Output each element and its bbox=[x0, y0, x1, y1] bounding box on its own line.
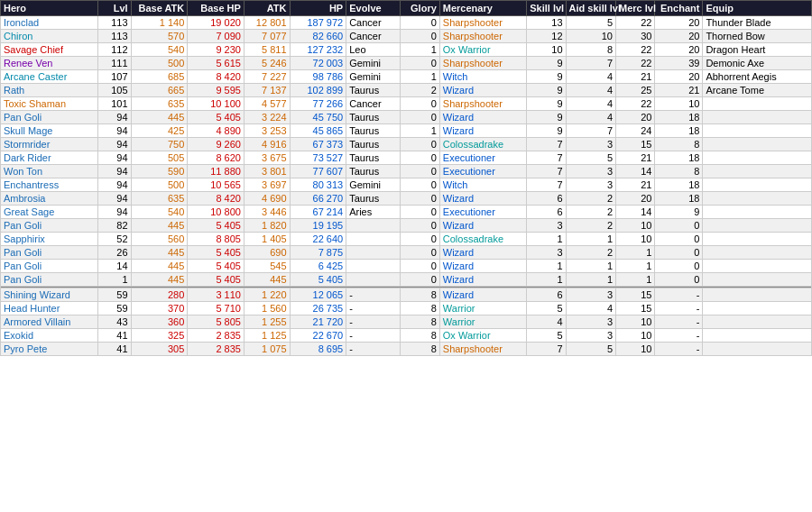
hero-skill-lvl: 3 bbox=[527, 246, 566, 260]
hero-base-hp: 10 800 bbox=[188, 206, 245, 219]
table-row: Toxic Shaman10163510 1004 57777 266Cance… bbox=[1, 97, 812, 111]
table-row: Ironclad1131 14019 02012 801187 972Cance… bbox=[1, 16, 812, 30]
hero-hp: 72 003 bbox=[290, 57, 346, 70]
table-row: Renee Ven1115005 6155 24672 003Gemini0Sh… bbox=[1, 57, 812, 70]
hero-glory: 0 bbox=[401, 57, 439, 70]
hero-aid-skill-lvl: 5 bbox=[566, 343, 615, 356]
table-row: Won Ton9459011 8803 80177 607Taurus0Exec… bbox=[1, 165, 812, 178]
hero-enchant: 20 bbox=[655, 43, 703, 57]
hero-equip bbox=[703, 246, 812, 260]
hero-merc-lvl: 21 bbox=[616, 178, 655, 192]
hero-base-hp: 8 805 bbox=[188, 233, 245, 246]
hero-skill-lvl: 9 bbox=[527, 70, 566, 84]
hero-equip: Dragon Heart bbox=[703, 43, 812, 57]
hero-enchant: 10 bbox=[655, 97, 703, 111]
hero-aid-skill-lvl: 8 bbox=[566, 43, 615, 57]
hero-evolve: Gemini bbox=[346, 70, 401, 84]
hero-name: Renee Ven bbox=[1, 57, 98, 70]
hero-glory: 0 bbox=[401, 16, 439, 30]
table-row: Head Hunter593705 7101 56026 735-8Warrio… bbox=[1, 302, 812, 315]
hero-aid-skill-lvl: 5 bbox=[566, 16, 615, 30]
col-header-mercenary: Mercenary bbox=[439, 1, 526, 16]
table-row: Ambrosia946358 4204 69066 270Taurus0Wiza… bbox=[1, 192, 812, 206]
hero-base-atk: 305 bbox=[131, 343, 188, 356]
hero-aid-skill-lvl: 10 bbox=[566, 30, 615, 43]
hero-merc-lvl: 15 bbox=[616, 288, 655, 302]
hero-glory: 0 bbox=[401, 219, 439, 233]
hero-hp: 77 607 bbox=[290, 165, 346, 178]
hero-hp: 67 214 bbox=[290, 206, 346, 219]
hero-enchant: 0 bbox=[655, 260, 703, 273]
hero-mercenary: Wizard bbox=[439, 124, 526, 138]
hero-equip bbox=[703, 151, 812, 165]
hero-lvl: 41 bbox=[98, 343, 131, 356]
col-header-hp: HP bbox=[290, 1, 346, 16]
hero-base-hp: 8 420 bbox=[188, 70, 245, 84]
hero-aid-skill-lvl: 5 bbox=[566, 151, 615, 165]
hero-mercenary: Sharpshooter bbox=[439, 97, 526, 111]
hero-aid-skill-lvl: 3 bbox=[566, 288, 615, 302]
hero-evolve: Cancer bbox=[346, 16, 401, 30]
table-row: Chiron1135707 0907 07782 660Cancer0Sharp… bbox=[1, 30, 812, 43]
hero-enchant: - bbox=[655, 315, 703, 329]
hero-equip: Demonic Axe bbox=[703, 57, 812, 70]
hero-equip bbox=[703, 165, 812, 178]
hero-lvl: 94 bbox=[98, 151, 131, 165]
hero-merc-lvl: 14 bbox=[616, 165, 655, 178]
hero-equip bbox=[703, 192, 812, 206]
hero-glory: 8 bbox=[401, 329, 439, 343]
hero-base-hp: 7 090 bbox=[188, 30, 245, 43]
hero-lvl: 59 bbox=[98, 302, 131, 315]
hero-equip bbox=[703, 273, 812, 287]
hero-atk: 1 125 bbox=[244, 329, 290, 343]
hero-aid-skill-lvl: 3 bbox=[566, 315, 615, 329]
hero-merc-lvl: 25 bbox=[616, 84, 655, 97]
hero-aid-skill-lvl: 3 bbox=[566, 138, 615, 151]
hero-base-hp: 5 405 bbox=[188, 246, 245, 260]
hero-merc-lvl: 30 bbox=[616, 30, 655, 43]
hero-mercenary: Colossadrake bbox=[439, 138, 526, 151]
hero-base-atk: 665 bbox=[131, 84, 188, 97]
hero-glory: 0 bbox=[401, 111, 439, 124]
hero-mercenary: Wizard bbox=[439, 192, 526, 206]
hero-merc-lvl: 22 bbox=[616, 43, 655, 57]
hero-name: Savage Chief bbox=[1, 43, 98, 57]
hero-enchant: 21 bbox=[655, 84, 703, 97]
hero-evolve: Taurus bbox=[346, 192, 401, 206]
hero-merc-lvl: 20 bbox=[616, 111, 655, 124]
hero-merc-lvl: 15 bbox=[616, 138, 655, 151]
hero-lvl: 94 bbox=[98, 206, 131, 219]
hero-evolve bbox=[346, 233, 401, 246]
hero-enchant: 18 bbox=[655, 111, 703, 124]
hero-mercenary: Warrior bbox=[439, 315, 526, 329]
hero-base-hp: 4 890 bbox=[188, 124, 245, 138]
hero-base-atk: 685 bbox=[131, 70, 188, 84]
hero-lvl: 26 bbox=[98, 246, 131, 260]
hero-base-atk: 750 bbox=[131, 138, 188, 151]
hero-base-atk: 1 140 bbox=[131, 16, 188, 30]
hero-enchant: 8 bbox=[655, 138, 703, 151]
hero-base-atk: 570 bbox=[131, 30, 188, 43]
hero-base-hp: 8 620 bbox=[188, 151, 245, 165]
hero-evolve bbox=[346, 273, 401, 287]
hero-aid-skill-lvl: 1 bbox=[566, 233, 615, 246]
hero-merc-lvl: 20 bbox=[616, 192, 655, 206]
hero-equip bbox=[703, 302, 812, 315]
hero-base-hp: 5 805 bbox=[188, 315, 245, 329]
hero-evolve: - bbox=[346, 302, 401, 315]
hero-evolve: - bbox=[346, 329, 401, 343]
hero-merc-lvl: 15 bbox=[616, 302, 655, 315]
hero-merc-lvl: 22 bbox=[616, 57, 655, 70]
hero-glory: 0 bbox=[401, 260, 439, 273]
hero-mercenary: Executioner bbox=[439, 206, 526, 219]
hero-skill-lvl: 7 bbox=[527, 343, 566, 356]
hero-glory: 8 bbox=[401, 315, 439, 329]
hero-name: Ironclad bbox=[1, 16, 98, 30]
hero-skill-lvl: 6 bbox=[527, 206, 566, 219]
hero-merc-lvl: 10 bbox=[616, 343, 655, 356]
hero-skill-lvl: 3 bbox=[527, 219, 566, 233]
col-header-atk: ATK bbox=[244, 1, 290, 16]
table-row: Rath1056659 5957 137102 899Taurus2Wizard… bbox=[1, 84, 812, 97]
hero-base-atk: 505 bbox=[131, 151, 188, 165]
hero-lvl: 94 bbox=[98, 138, 131, 151]
